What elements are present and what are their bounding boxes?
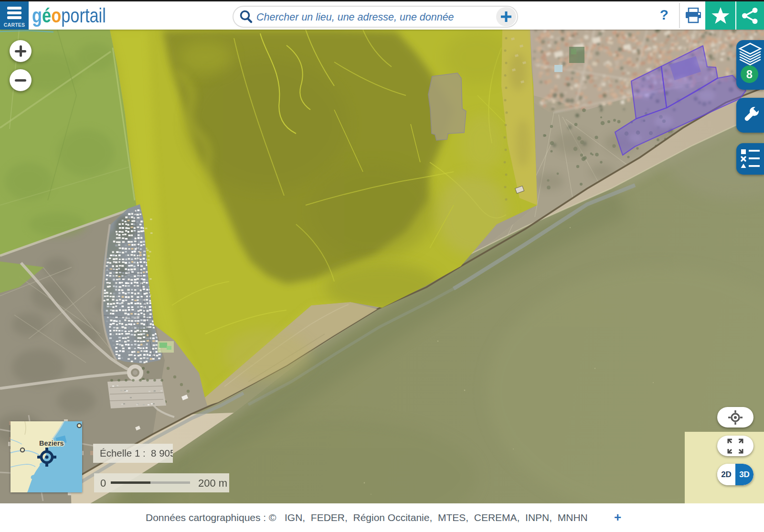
svg-text:Beziers: Beziers — [39, 439, 64, 447]
